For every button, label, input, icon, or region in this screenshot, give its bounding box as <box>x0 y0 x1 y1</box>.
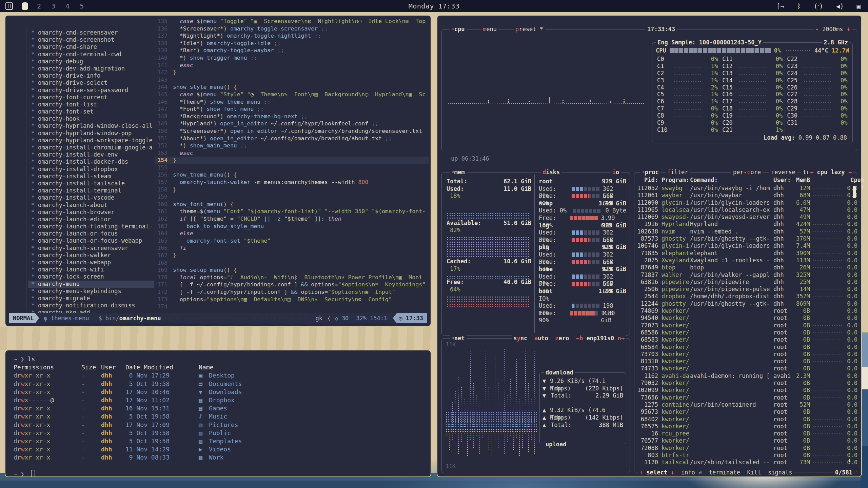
file-list-item[interactable]: *omarchy-hook <box>28 115 154 122</box>
file-list-item[interactable]: *omarchy-drive-info <box>28 72 154 79</box>
proc-row[interactable]: 1170tailscal/usr/sbin/tailscaled --root7… <box>637 459 853 466</box>
file-list-item[interactable]: *omarchy-debug <box>28 58 154 65</box>
proc-row[interactable]: 112069swayosd-/usr/bin/swayosd-serverdhh… <box>637 214 853 221</box>
file-list-item[interactable]: *omarchy-launch-about <box>28 202 154 209</box>
net-tabs[interactable]: sync auto zero ←b enp191s0 n→ <box>512 335 626 342</box>
shell-prompt[interactable]: ~❯ <box>14 470 431 478</box>
code-pane[interactable]: 135 case $(menu "Toggle" "▣ Screensaver\… <box>155 18 429 310</box>
proc-row[interactable]: 16rcu_preeroot0B0.0 <box>637 430 853 437</box>
file-list-item[interactable]: *omarchy-launch-editor <box>28 216 154 223</box>
proc-row[interactable]: 112052swaybg/usr/bin/swaybg -i /homdhh12… <box>637 185 853 192</box>
ls-name[interactable]: ▤Documents <box>199 380 242 388</box>
ls-name[interactable]: ▨Public <box>199 429 231 437</box>
ls-name[interactable]: ▦Dropbox <box>199 396 235 404</box>
proc-box-title[interactable]: ⁴proc <box>640 169 660 176</box>
proc-row[interactable]: 803btrfs-trroot0B0.0 <box>637 452 853 459</box>
file-list-item[interactable]: *omarchy-migrate <box>28 295 154 302</box>
screenshare-icon[interactable]: [→ <box>776 2 784 10</box>
file-list-item[interactable]: *omarchy-install-tailscale <box>28 180 154 187</box>
reverse-button[interactable]: reverse <box>769 169 797 176</box>
proc-row[interactable]: 102638nvimnvim --embed .dhh57M0.0 <box>637 228 853 235</box>
proc-row[interactable]: 12244ghostty/usr/bin/ghostty --gtk-dhh86… <box>637 300 853 307</box>
proc-row[interactable]: 71837walker/usr/bin/walker --gappldhh325… <box>637 271 853 279</box>
proc-sort-nav[interactable]: ← cpu lazy → <box>808 169 853 176</box>
file-list-item[interactable]: *omarchy-drive-set-password <box>28 87 154 94</box>
ls-name[interactable]: ▨Templates <box>199 437 242 445</box>
proc-row[interactable]: 94540kworker/root0B0.0 <box>637 314 853 322</box>
file-list-item[interactable]: *omarchy-hyprland-window-pop <box>28 130 154 137</box>
file-list-item[interactable]: *omarchy-dev-add-migration <box>28 65 154 72</box>
file-list-item[interactable]: *omarchy-menu-keybindings <box>28 288 154 295</box>
proc-row[interactable]: 1275containe/usr/bin/containerdroot52M0.… <box>637 401 853 408</box>
bluetooth-icon[interactable]: ᛒ <box>797 2 801 10</box>
file-list-item[interactable]: *omarchy-cmd-screenshot <box>28 36 154 43</box>
proc-row[interactable]: 74869kworker/root0B0.0 <box>637 307 853 314</box>
update-interval[interactable]: - 2000ms + <box>813 26 852 33</box>
file-list-item[interactable]: *omarchy-install-dropbox <box>28 166 154 173</box>
proc-row[interactable]: 68584kworker/root0B0.0 <box>637 344 853 351</box>
preset-button[interactable]: preset * <box>514 26 545 33</box>
proc-row[interactable]: 73656kworker/root0B0.0 <box>637 394 853 401</box>
proc-row[interactable]: 1916HyprlandHyprlanddhh424M0.0 <box>637 221 853 228</box>
proc-row[interactable]: 102099kworker/root0B0.0 <box>637 387 853 394</box>
file-list-item[interactable]: *omarchy-font-set <box>28 108 154 115</box>
ls-name[interactable]: ▦Games <box>199 404 227 412</box>
proc-row[interactable]: 106746glycin-i/usr/lib/glycin-loadersdhh… <box>637 242 853 249</box>
ls-name[interactable]: ▧Pictures <box>199 421 238 429</box>
proc-row[interactable]: 73703kworker/root0B0.0 <box>637 351 853 358</box>
menu-button[interactable]: menu <box>481 26 498 33</box>
file-list-item[interactable]: *omarchy-launch-or-focus <box>28 230 154 237</box>
proc-row[interactable]: 112090glycin-i/usr/lib/glycin-loadersdhh… <box>637 199 853 206</box>
proc-row[interactable]: 79032kworker/root0B0.0 <box>637 380 853 387</box>
file-list-item[interactable]: *omarchy-install-terminal <box>28 187 154 194</box>
proc-row[interactable]: 81310kworker/root0B0.0 <box>637 358 853 365</box>
file-list-item[interactable]: *omarchy-cmd-screensaver <box>28 29 154 36</box>
volume-icon[interactable]: ◀) <box>836 2 844 10</box>
file-list-item[interactable]: *omarchy-install-vscode <box>28 194 154 201</box>
proc-row[interactable]: 76575kworker/root0B0.0 <box>637 423 853 430</box>
workspace-5[interactable]: 5 <box>80 2 84 10</box>
proc-row[interactable]: 74733kworker/root0B0.0 <box>637 365 853 372</box>
file-list-item[interactable]: *omarchy-install-dev-env <box>28 151 154 158</box>
file-list-item[interactable]: *omarchy-menu <box>28 281 154 288</box>
scroll-down-indicator[interactable]: ↓ <box>848 456 851 463</box>
file-list-item[interactable]: *omarchy-install-docker-dbs <box>28 158 154 165</box>
file-list-item[interactable]: *omarchy-launch-screensaver <box>28 245 154 252</box>
terminal-window[interactable]: ~❯lsPermissionsSizeUserDate ModifiedName… <box>5 350 431 477</box>
proc-row[interactable]: 68402kworker/root0B0.0 <box>637 416 853 423</box>
proc-row[interactable]: 71835elephantelephantdhh390M0.0 <box>637 250 853 257</box>
file-list-item[interactable]: *omarchy-launch-walker <box>28 252 154 259</box>
workspace-1-active[interactable] <box>22 2 28 10</box>
proc-row[interactable]: 87649btopbtopdhh26M0.0 <box>637 264 853 271</box>
ls-name[interactable]: ▣Desktop <box>199 371 235 380</box>
proc-row[interactable]: 2075XwaylandXwayland :1 -rootless -dhh11… <box>637 257 853 264</box>
workspace-2[interactable]: 2 <box>37 2 41 10</box>
proc-row[interactable]: 63816pipewire/usr/bin/pipewiredhh25M0.0 <box>637 279 853 286</box>
file-path[interactable]: $bin/omarchy-menu <box>99 315 161 322</box>
proc-row[interactable]: 76577kworker/root0B0.0 <box>637 437 853 444</box>
network-icon[interactable]: (ꞏ) <box>814 2 823 10</box>
file-list-item[interactable]: *omarchy-notification-dismiss <box>28 302 154 309</box>
net-box-title[interactable]: ³net <box>450 335 467 342</box>
proc-row[interactable]: 112061waybar/usr/bin/waybardhh68M0.0 <box>637 192 853 199</box>
filter-button[interactable]: filter <box>666 169 690 176</box>
disks-title[interactable]: disks <box>541 169 561 176</box>
per-core-button[interactable]: per-core <box>731 169 763 176</box>
file-list-item[interactable]: *omarchy-install-chromium-google-a <box>28 144 154 151</box>
proc-row[interactable]: 2544dropbox/home/dhh/.dropbox-distdhh357… <box>637 293 853 300</box>
cpu-box-title[interactable]: ¹cpu <box>450 26 467 33</box>
io-toggle[interactable]: io <box>611 169 621 176</box>
proc-row[interactable]: 87573ghostty/usr/bin/ghostty --gtk-dhh37… <box>637 235 853 242</box>
cpu-chip-icon[interactable]: ▣ <box>857 2 861 10</box>
file-list-item[interactable]: *omarchy-launch-browser <box>28 209 154 216</box>
mem-box-title[interactable]: ²mem <box>450 169 467 176</box>
file-list-item[interactable]: *omarchy-launch-or-focus-webapp <box>28 237 154 244</box>
file-list-item[interactable]: *omarchy-font-current <box>28 94 154 101</box>
proc-row[interactable]: 2506pipewire/usr/bin/pipewire-pulsedhh14… <box>637 286 853 293</box>
git-branch[interactable]: ψ themes-menu <box>44 315 89 322</box>
proc-footer-keys[interactable]: ↑ select ↓ info ⏎ terminate Kill signals <box>638 469 794 476</box>
file-list-item[interactable]: *omarchy-font-list <box>28 101 154 108</box>
file-list-item[interactable]: *omarchy-install-steam <box>28 173 154 180</box>
ls-name[interactable]: ▼Downloads <box>199 388 242 396</box>
file-list-item[interactable]: *omarchy-hyprland-window-close-all <box>28 122 154 129</box>
